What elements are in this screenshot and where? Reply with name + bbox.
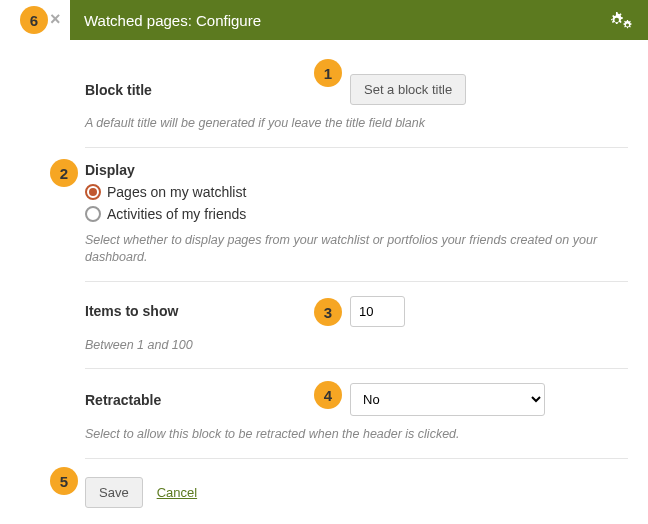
- save-button[interactable]: Save: [85, 477, 143, 508]
- annotation-badge-3: 3: [314, 298, 342, 326]
- display-section: Display Pages on my watchlist Activities…: [85, 148, 628, 282]
- modal-title: Watched pages: Configure: [84, 12, 606, 29]
- radio-watchlist-input[interactable]: [85, 184, 101, 200]
- radio-watchlist-label: Pages on my watchlist: [107, 184, 246, 200]
- items-to-show-section: Items to show Between 1 and 100: [85, 282, 628, 370]
- svg-point-0: [614, 18, 619, 23]
- retractable-select[interactable]: No: [350, 383, 545, 416]
- items-to-show-help: Between 1 and 100: [85, 337, 628, 355]
- annotation-badge-1: 1: [314, 59, 342, 87]
- items-to-show-input[interactable]: [350, 296, 405, 327]
- annotation-badge-5: 5: [50, 467, 78, 495]
- annotation-badge-2: 2: [50, 159, 78, 187]
- radio-watchlist[interactable]: Pages on my watchlist: [85, 184, 628, 200]
- set-block-title-button[interactable]: Set a block title: [350, 74, 466, 105]
- gear-icon[interactable]: [606, 10, 634, 30]
- actions-row: Save Cancel: [85, 477, 628, 508]
- retractable-help: Select to allow this block to be retract…: [85, 426, 628, 444]
- retractable-label: Retractable: [85, 392, 350, 408]
- radio-friends-label: Activities of my friends: [107, 206, 246, 222]
- block-title-section: Block title Set a block title A default …: [85, 60, 628, 148]
- annotation-badge-6: 6: [20, 6, 48, 34]
- cancel-link[interactable]: Cancel: [157, 485, 197, 500]
- radio-friends-input[interactable]: [85, 206, 101, 222]
- display-help: Select whether to display pages from you…: [85, 232, 628, 267]
- annotation-badge-4: 4: [314, 381, 342, 409]
- svg-point-1: [626, 23, 629, 26]
- block-title-label: Block title: [85, 82, 350, 98]
- items-to-show-label: Items to show: [85, 303, 350, 319]
- modal-header: Watched pages: Configure: [70, 0, 648, 40]
- radio-friends[interactable]: Activities of my friends: [85, 206, 628, 222]
- display-label: Display: [85, 162, 628, 178]
- block-title-help: A default title will be generated if you…: [85, 115, 628, 133]
- close-icon[interactable]: ×: [50, 10, 61, 28]
- retractable-section: Retractable No Select to allow this bloc…: [85, 369, 628, 459]
